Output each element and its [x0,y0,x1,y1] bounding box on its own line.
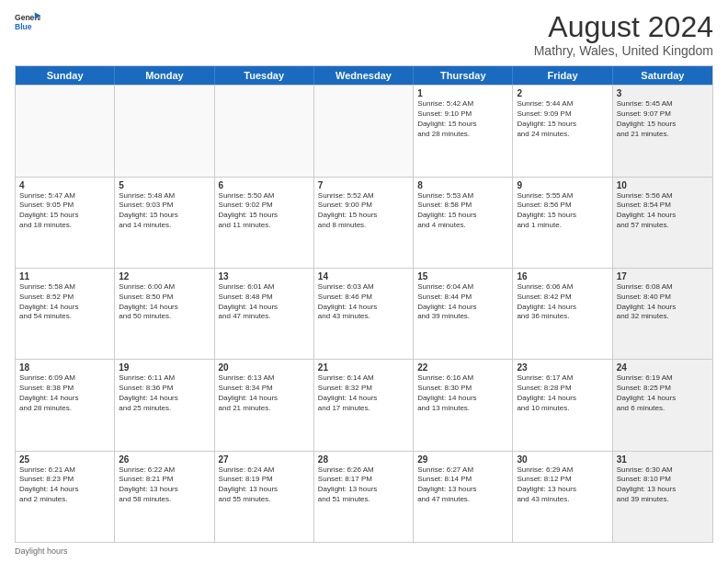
day-details: Sunrise: 6:30 AM Sunset: 8:10 PM Dayligh… [617,465,709,505]
day-number: 18 [19,362,110,373]
calendar-body: 1Sunrise: 5:42 AM Sunset: 9:10 PM Daylig… [16,85,712,542]
cal-cell-0-5: 2Sunrise: 5:44 AM Sunset: 9:09 PM Daylig… [513,86,612,176]
main-title: August 2024 [534,11,713,43]
header-day-friday: Friday [513,66,612,85]
day-details: Sunrise: 5:50 AM Sunset: 9:02 PM Dayligh… [219,191,310,231]
day-number: 31 [617,454,709,465]
day-number: 23 [517,362,608,373]
header-day-sunday: Sunday [16,66,115,85]
cal-cell-1-4: 8Sunrise: 5:53 AM Sunset: 8:58 PM Daylig… [414,178,513,268]
day-details: Sunrise: 6:13 AM Sunset: 8:34 PM Dayligh… [219,373,310,413]
cal-cell-4-3: 28Sunrise: 6:26 AM Sunset: 8:17 PM Dayli… [314,452,414,542]
cal-cell-4-5: 30Sunrise: 6:29 AM Sunset: 8:12 PM Dayli… [513,452,612,542]
svg-text:Blue: Blue [15,22,32,31]
day-details: Sunrise: 5:44 AM Sunset: 9:09 PM Dayligh… [517,99,608,139]
day-number: 6 [219,180,310,190]
cal-row-1: 4Sunrise: 5:47 AM Sunset: 9:05 PM Daylig… [16,177,712,268]
day-details: Sunrise: 6:27 AM Sunset: 8:14 PM Dayligh… [417,465,508,505]
cal-row-4: 25Sunrise: 6:21 AM Sunset: 8:23 PM Dayli… [16,451,712,542]
header-day-thursday: Thursday [414,66,513,85]
cal-cell-3-6: 24Sunrise: 6:19 AM Sunset: 8:25 PM Dayli… [613,360,712,450]
cal-cell-0-2 [215,86,314,176]
day-number: 4 [19,180,110,190]
day-details: Sunrise: 6:29 AM Sunset: 8:12 PM Dayligh… [517,465,608,505]
header-day-tuesday: Tuesday [215,66,314,85]
day-number: 26 [119,454,210,465]
day-details: Sunrise: 6:00 AM Sunset: 8:50 PM Dayligh… [119,282,210,322]
day-number: 19 [119,362,210,373]
cal-cell-0-1 [115,86,214,176]
cal-cell-1-0: 4Sunrise: 5:47 AM Sunset: 9:05 PM Daylig… [16,178,115,268]
day-number: 16 [517,271,608,282]
day-number: 10 [617,180,709,190]
day-number: 3 [617,88,709,98]
cal-cell-4-1: 26Sunrise: 6:22 AM Sunset: 8:21 PM Dayli… [115,452,214,542]
day-details: Sunrise: 5:48 AM Sunset: 9:03 PM Dayligh… [119,191,210,231]
day-details: Sunrise: 6:19 AM Sunset: 8:25 PM Dayligh… [617,373,709,413]
cal-cell-3-3: 21Sunrise: 6:14 AM Sunset: 8:32 PM Dayli… [314,360,414,450]
cal-cell-0-6: 3Sunrise: 5:45 AM Sunset: 9:07 PM Daylig… [613,86,712,176]
cal-cell-2-1: 12Sunrise: 6:00 AM Sunset: 8:50 PM Dayli… [115,269,214,359]
day-number: 7 [318,180,409,190]
cal-cell-0-4: 1Sunrise: 5:42 AM Sunset: 9:10 PM Daylig… [414,86,513,176]
day-details: Sunrise: 6:09 AM Sunset: 8:38 PM Dayligh… [19,373,110,413]
calendar: SundayMondayTuesdayWednesdayThursdayFrid… [15,65,713,543]
cal-cell-4-4: 29Sunrise: 6:27 AM Sunset: 8:14 PM Dayli… [414,452,513,542]
cal-row-3: 18Sunrise: 6:09 AM Sunset: 8:38 PM Dayli… [16,359,712,450]
day-number: 25 [19,454,110,465]
day-number: 30 [517,454,608,465]
logo-icon: General Blue [15,11,40,37]
day-details: Sunrise: 6:04 AM Sunset: 8:44 PM Dayligh… [417,282,508,322]
header-day-monday: Monday [115,66,214,85]
day-details: Sunrise: 5:47 AM Sunset: 9:05 PM Dayligh… [19,191,110,231]
cal-cell-3-1: 19Sunrise: 6:11 AM Sunset: 8:36 PM Dayli… [115,360,214,450]
day-number: 2 [517,88,608,98]
cal-cell-3-0: 18Sunrise: 6:09 AM Sunset: 8:38 PM Dayli… [16,360,115,450]
day-details: Sunrise: 6:26 AM Sunset: 8:17 PM Dayligh… [318,465,409,505]
day-number: 15 [417,271,508,282]
cal-cell-2-3: 14Sunrise: 6:03 AM Sunset: 8:46 PM Dayli… [314,269,414,359]
day-details: Sunrise: 5:42 AM Sunset: 9:10 PM Dayligh… [417,99,508,139]
cal-cell-1-1: 5Sunrise: 5:48 AM Sunset: 9:03 PM Daylig… [115,178,214,268]
day-details: Sunrise: 6:24 AM Sunset: 8:19 PM Dayligh… [219,465,310,505]
day-number: 12 [119,271,210,282]
cal-cell-1-6: 10Sunrise: 5:56 AM Sunset: 8:54 PM Dayli… [613,178,712,268]
title-block: August 2024 Mathry, Wales, United Kingdo… [534,11,713,58]
subtitle: Mathry, Wales, United Kingdom [534,43,713,58]
calendar-header: SundayMondayTuesdayWednesdayThursdayFrid… [16,66,712,85]
cal-row-0: 1Sunrise: 5:42 AM Sunset: 9:10 PM Daylig… [16,85,712,176]
day-number: 28 [318,454,409,465]
cal-cell-4-0: 25Sunrise: 6:21 AM Sunset: 8:23 PM Dayli… [16,452,115,542]
day-number: 17 [617,271,709,282]
cal-cell-1-5: 9Sunrise: 5:55 AM Sunset: 8:56 PM Daylig… [513,178,612,268]
day-details: Sunrise: 5:52 AM Sunset: 9:00 PM Dayligh… [318,191,409,231]
cal-row-2: 11Sunrise: 5:58 AM Sunset: 8:52 PM Dayli… [16,268,712,359]
cal-cell-2-5: 16Sunrise: 6:06 AM Sunset: 8:42 PM Dayli… [513,269,612,359]
cal-cell-2-4: 15Sunrise: 6:04 AM Sunset: 8:44 PM Dayli… [414,269,513,359]
day-number: 9 [517,180,608,190]
cal-cell-0-0 [16,86,115,176]
day-number: 5 [119,180,210,190]
day-details: Sunrise: 5:53 AM Sunset: 8:58 PM Dayligh… [417,191,508,231]
day-number: 21 [318,362,409,373]
day-details: Sunrise: 6:06 AM Sunset: 8:42 PM Dayligh… [517,282,608,322]
day-details: Sunrise: 6:16 AM Sunset: 8:30 PM Dayligh… [417,373,508,413]
cal-cell-4-2: 27Sunrise: 6:24 AM Sunset: 8:19 PM Dayli… [215,452,314,542]
header: General Blue August 2024 Mathry, Wales, … [15,11,713,58]
cal-cell-0-3 [314,86,414,176]
day-details: Sunrise: 6:17 AM Sunset: 8:28 PM Dayligh… [517,373,608,413]
day-details: Sunrise: 5:45 AM Sunset: 9:07 PM Dayligh… [617,99,709,139]
day-details: Sunrise: 6:11 AM Sunset: 8:36 PM Dayligh… [119,373,210,413]
day-details: Sunrise: 6:21 AM Sunset: 8:23 PM Dayligh… [19,465,110,505]
cal-cell-1-3: 7Sunrise: 5:52 AM Sunset: 9:00 PM Daylig… [314,178,414,268]
day-details: Sunrise: 6:01 AM Sunset: 8:48 PM Dayligh… [219,282,310,322]
cal-cell-3-2: 20Sunrise: 6:13 AM Sunset: 8:34 PM Dayli… [215,360,314,450]
day-details: Sunrise: 6:03 AM Sunset: 8:46 PM Dayligh… [318,282,409,322]
day-number: 11 [19,271,110,282]
day-number: 1 [417,88,508,98]
cal-cell-4-6: 31Sunrise: 6:30 AM Sunset: 8:10 PM Dayli… [613,452,712,542]
cal-cell-3-5: 23Sunrise: 6:17 AM Sunset: 8:28 PM Dayli… [513,360,612,450]
cal-cell-2-6: 17Sunrise: 6:08 AM Sunset: 8:40 PM Dayli… [613,269,712,359]
day-details: Sunrise: 5:55 AM Sunset: 8:56 PM Dayligh… [517,191,608,231]
day-number: 8 [417,180,508,190]
